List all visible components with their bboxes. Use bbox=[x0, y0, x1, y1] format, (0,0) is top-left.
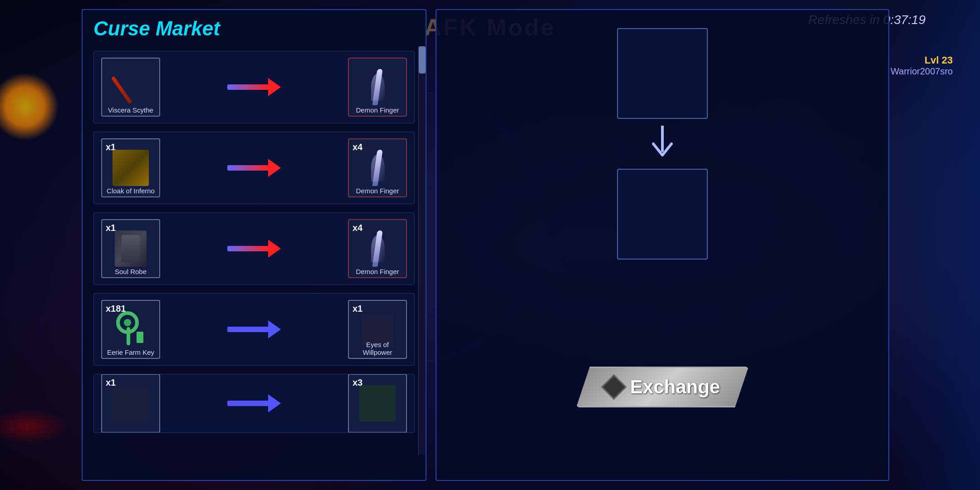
trade-arrow bbox=[227, 392, 281, 415]
demon-finger-image bbox=[359, 150, 396, 186]
arrow-shaft bbox=[227, 327, 268, 332]
output-item-count: x4 bbox=[353, 142, 363, 152]
trade-arrow bbox=[227, 76, 281, 98]
output-item-slot[interactable]: x4 Demon Finger bbox=[348, 219, 407, 278]
input-item-slot[interactable]: x1 bbox=[101, 374, 160, 433]
left-orb-decoration bbox=[0, 73, 59, 141]
output-item-name: Demon Finger bbox=[349, 106, 406, 114]
output-item-count: x4 bbox=[353, 223, 363, 233]
exchange-button[interactable]: Exchange bbox=[576, 367, 749, 407]
eerie-farm-key-icon bbox=[114, 311, 148, 348]
viscera-scythe-image bbox=[113, 69, 149, 105]
output-item-slot[interactable]: x4 Demon Finger bbox=[348, 138, 407, 197]
trade-row[interactable]: x181 Eerie Farm Key x1 bbox=[93, 293, 415, 366]
output-item-name: Demon Finger bbox=[349, 187, 406, 195]
output-item-count: x3 bbox=[353, 377, 363, 388]
arrow-head bbox=[268, 320, 281, 338]
demon-finger-icon bbox=[364, 230, 391, 267]
arrow-head bbox=[268, 394, 281, 412]
key-teeth bbox=[137, 332, 143, 343]
demon-finger-image bbox=[359, 230, 396, 267]
player-name: Warrior2007sro bbox=[891, 66, 953, 77]
arrow-shaft bbox=[227, 165, 268, 171]
trade-arrow bbox=[227, 157, 281, 179]
trade-arrow-container bbox=[160, 76, 348, 98]
trade-arrow-container bbox=[160, 392, 348, 415]
trade-row[interactable]: Viscera Scythe Demon Finger bbox=[93, 51, 415, 123]
cloak-inferno-icon bbox=[113, 150, 149, 186]
scroll-thumb[interactable] bbox=[419, 46, 426, 74]
input-item-slot[interactable]: x1 Soul Robe bbox=[101, 219, 160, 278]
input-item-name: Eerie Farm Key bbox=[102, 348, 159, 356]
output-item-slot[interactable]: x3 bbox=[348, 374, 407, 433]
cloak-inferno-image bbox=[113, 150, 149, 186]
output-item-count: x1 bbox=[353, 304, 363, 314]
input-item-name: Cloak of Inferno bbox=[102, 187, 159, 195]
input-item-count: x1 bbox=[106, 377, 116, 388]
trade-row[interactable]: x1 Soul Robe x4 Demon Finger bbox=[93, 212, 415, 285]
trade-arrow bbox=[227, 237, 281, 260]
trade-arrow-container bbox=[160, 318, 348, 341]
player-info: Lvl 23 Warrior2007sro bbox=[891, 54, 953, 77]
trade-list: Viscera Scythe Demon Finger x1 bbox=[83, 47, 426, 445]
output-item-slot[interactable]: x1 Eyes of Willpower bbox=[348, 300, 407, 359]
eerie-farm-key-image bbox=[113, 311, 149, 348]
trade-row[interactable]: x1 x3 bbox=[93, 374, 415, 433]
trade-arrow-container bbox=[160, 157, 348, 179]
trade-arrow bbox=[227, 318, 281, 341]
input-item-slot[interactable]: x1 Cloak of Inferno bbox=[101, 138, 160, 197]
input-item-name: Viscera Scythe bbox=[102, 106, 159, 114]
trade-arrow-container bbox=[160, 237, 348, 260]
right-panel: Exchange bbox=[436, 9, 889, 481]
demon-finger-image bbox=[359, 69, 396, 105]
floor-decoration bbox=[0, 408, 68, 445]
partial-input-image bbox=[113, 385, 149, 421]
exchange-input-slot[interactable] bbox=[617, 28, 708, 119]
input-item-count: x1 bbox=[106, 223, 116, 233]
arrow-head bbox=[268, 78, 281, 96]
input-item-name: Soul Robe bbox=[102, 268, 159, 275]
exchange-button-label: Exchange bbox=[630, 376, 720, 398]
down-arrow-icon bbox=[649, 126, 676, 162]
partial-output-image bbox=[359, 385, 396, 421]
arrow-shaft bbox=[227, 246, 268, 251]
trade-row[interactable]: x1 Cloak of Inferno x4 Demon Finger bbox=[93, 132, 415, 204]
input-item-slot[interactable]: Viscera Scythe bbox=[101, 58, 160, 117]
player-level: Lvl 23 bbox=[891, 54, 953, 66]
arrow-shaft bbox=[227, 401, 268, 406]
output-item-slot[interactable]: Demon Finger bbox=[348, 58, 407, 117]
soul-robe-icon bbox=[115, 230, 147, 267]
output-item-name: Eyes of Willpower bbox=[349, 341, 406, 356]
arrow-head bbox=[268, 240, 281, 258]
output-item-name: Demon Finger bbox=[349, 268, 406, 275]
exchange-output-slot[interactable] bbox=[617, 169, 708, 260]
viscera-scythe-icon bbox=[115, 71, 147, 103]
soul-robe-image bbox=[113, 230, 149, 267]
exchange-diamond-icon bbox=[601, 374, 627, 400]
arrow-shaft bbox=[227, 84, 268, 90]
demon-finger-icon bbox=[364, 150, 391, 186]
market-title: Curse Market bbox=[83, 10, 426, 47]
market-scrollbar[interactable] bbox=[418, 46, 426, 455]
key-shaft bbox=[127, 327, 130, 345]
input-item-slot[interactable]: x181 Eerie Farm Key bbox=[101, 300, 160, 359]
arrow-head bbox=[268, 159, 281, 177]
market-panel: Curse Market Viscera Scythe bbox=[82, 9, 426, 481]
demon-finger-icon bbox=[364, 69, 391, 105]
